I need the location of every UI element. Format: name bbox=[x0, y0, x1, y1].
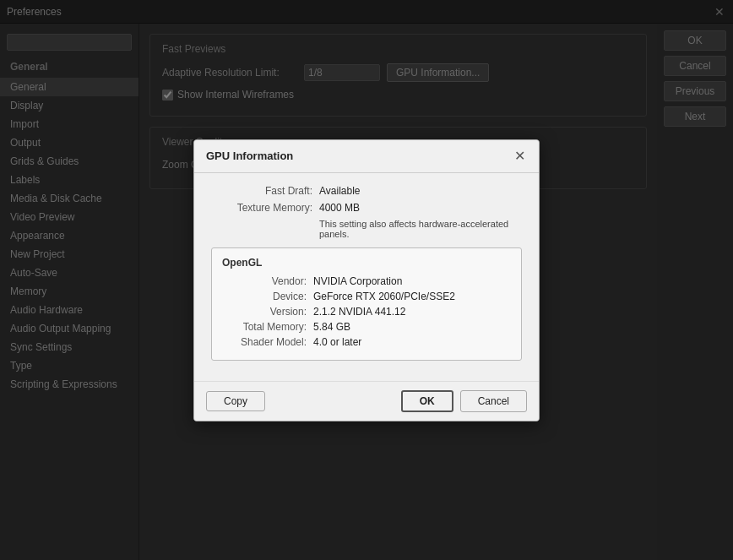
texture-memory-note: This setting also affects hardware-accel… bbox=[319, 219, 522, 239]
gpu-info-modal: GPU Information ✕ Fast Draft: Available … bbox=[193, 139, 540, 421]
texture-memory-row: Texture Memory: 4000 MB bbox=[211, 202, 522, 214]
modal-overlay: GPU Information ✕ Fast Draft: Available … bbox=[0, 0, 733, 560]
total-memory-value: 5.84 GB bbox=[313, 321, 350, 333]
version-row: Version: 2.1.2 NVIDIA 441.12 bbox=[222, 306, 511, 318]
vendor-label: Vendor: bbox=[222, 275, 307, 287]
shader-model-value: 4.0 or later bbox=[313, 336, 361, 348]
texture-memory-number: 4000 bbox=[319, 202, 342, 214]
texture-memory-label: Texture Memory: bbox=[211, 202, 312, 214]
shader-model-row: Shader Model: 4.0 or later bbox=[222, 336, 511, 348]
texture-memory-value: 4000 MB bbox=[319, 202, 522, 214]
fast-draft-row: Fast Draft: Available bbox=[211, 185, 522, 197]
modal-footer: Copy OK Cancel bbox=[194, 381, 539, 421]
version-label: Version: bbox=[222, 306, 307, 318]
texture-memory-unit: MB bbox=[345, 202, 360, 214]
opengl-section: OpenGL Vendor: NVIDIA Corporation Device… bbox=[211, 247, 522, 361]
device-value: GeForce RTX 2060/PCIe/SSE2 bbox=[313, 291, 455, 302]
opengl-title: OpenGL bbox=[222, 257, 511, 269]
total-memory-row: Total Memory: 5.84 GB bbox=[222, 321, 511, 333]
modal-ok-cancel-group: OK Cancel bbox=[401, 390, 527, 412]
modal-body: Fast Draft: Available Texture Memory: 40… bbox=[194, 173, 539, 381]
modal-close-button[interactable]: ✕ bbox=[512, 149, 527, 164]
modal-cancel-button[interactable]: Cancel bbox=[460, 390, 527, 412]
version-value: 2.1.2 NVIDIA 441.12 bbox=[313, 306, 405, 318]
copy-button[interactable]: Copy bbox=[206, 391, 265, 411]
total-memory-label: Total Memory: bbox=[222, 321, 307, 333]
texture-memory-note-row: This setting also affects hardware-accel… bbox=[211, 219, 522, 239]
modal-title: GPU Information bbox=[206, 150, 293, 162]
modal-header: GPU Information ✕ bbox=[194, 140, 539, 173]
vendor-row: Vendor: NVIDIA Corporation bbox=[222, 275, 511, 287]
device-label: Device: bbox=[222, 291, 307, 302]
fast-draft-label: Fast Draft: bbox=[211, 185, 312, 197]
shader-model-label: Shader Model: bbox=[222, 336, 307, 348]
device-row: Device: GeForce RTX 2060/PCIe/SSE2 bbox=[222, 291, 511, 302]
note-spacer bbox=[211, 219, 312, 239]
vendor-value: NVIDIA Corporation bbox=[313, 275, 402, 287]
modal-ok-button[interactable]: OK bbox=[401, 390, 453, 412]
fast-draft-value: Available bbox=[319, 185, 522, 197]
